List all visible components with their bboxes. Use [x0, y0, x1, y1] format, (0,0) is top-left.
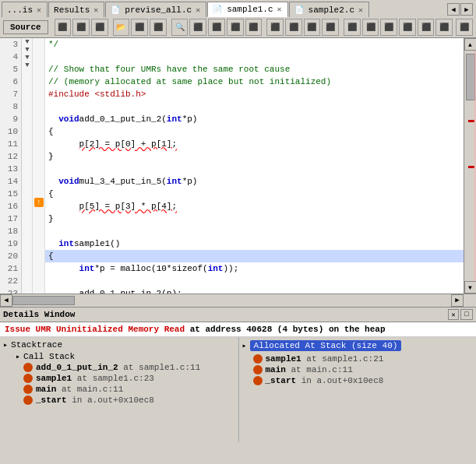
linenum-14: 14	[0, 175, 21, 188]
scrollbar-right-arrow[interactable]: ▶	[451, 294, 464, 307]
tb-nav4-btn[interactable]: ⬛	[245, 19, 263, 36]
code-int-21b: int	[208, 262, 224, 275]
scrollbar-track-h[interactable]	[12, 294, 451, 307]
marker-5	[33, 62, 45, 75]
alloc-item-2[interactable]: _start in a.out+0x10ec8	[253, 376, 474, 385]
marker-22	[33, 269, 45, 282]
tb-nav2-btn[interactable]: ⬛	[208, 19, 225, 36]
source-tab-button[interactable]: Source	[3, 20, 48, 34]
code-text-20: {	[48, 250, 54, 262]
marker-9	[33, 111, 45, 124]
details-body: ▸ Stacktrace ▸ Call Stack add_0_1_put_in…	[0, 337, 476, 442]
linenum-3: 3	[0, 38, 21, 51]
fold-5[interactable]: ▼	[22, 38, 33, 46]
marker-18	[33, 220, 45, 233]
tb-view5-btn[interactable]: ⬛	[418, 19, 435, 36]
tb-search-btn[interactable]: 🔍	[171, 19, 189, 36]
tb-view3-btn[interactable]: ⬛	[380, 19, 397, 36]
tb-action4-btn[interactable]: ⬛	[322, 19, 339, 36]
tb-back-btn[interactable]: ⬛	[55, 19, 72, 36]
linenum-19: 19	[0, 237, 21, 250]
tb-view2-btn[interactable]: ⬛	[362, 19, 379, 36]
tree-expand-icon[interactable]: ▸	[3, 340, 8, 350]
code-line-22	[45, 275, 464, 287]
tab-is-close[interactable]: ✕	[36, 5, 42, 15]
code-line-13	[45, 163, 464, 175]
editor-scrollbar-v[interactable]: ▲ ▼	[464, 38, 476, 294]
code-text-9a	[48, 113, 58, 125]
callstack-label: Call Stack	[23, 352, 75, 361]
tab-previse-close[interactable]: ✕	[195, 5, 201, 15]
tab-nav-left[interactable]: ◀	[447, 3, 460, 16]
code-lines: */ // Show that four UMRs have the same …	[45, 38, 464, 294]
cs-func-0: add_0_1_put_in_2	[36, 363, 118, 372]
alloc-item-1[interactable]: main at main.c:11	[253, 365, 474, 374]
fold-20[interactable]: ▼	[22, 62, 33, 69]
scrollbar-thumb-h[interactable]	[12, 296, 75, 305]
code-line-20: {	[45, 250, 464, 262]
fold-15[interactable]: ▼	[22, 54, 33, 62]
tab-results[interactable]: Results ✕	[48, 2, 104, 17]
tb-action2-btn[interactable]: ⬛	[285, 19, 302, 36]
bug-marker-16: !	[34, 198, 44, 207]
linenum-7: 7	[0, 88, 21, 100]
tb-action3-btn[interactable]: ⬛	[304, 19, 321, 36]
tab-is[interactable]: ...is ✕	[2, 2, 48, 17]
details-close-button[interactable]: ✕	[448, 309, 459, 320]
editor-wrapper: 3 4 5 6 7 8 9 10 11 12 13 14 15 16 17 18…	[0, 38, 476, 307]
code-line-5: // Show that four UMRs have the same roo…	[45, 63, 464, 76]
tb-view1-btn[interactable]: ⬛	[344, 19, 361, 36]
code-line-14: void mul_3_4_put_in_5(int *p)	[45, 175, 464, 188]
tab-nav-right[interactable]: ▶	[460, 3, 473, 16]
tb-forward-btn[interactable]: ⬛	[72, 19, 90, 36]
code-line-6: // (memory allocated at same place but n…	[45, 76, 464, 88]
tab-sample2[interactable]: 📄 sample2.c ✕	[289, 2, 369, 17]
alloc-expand-icon[interactable]: ▸	[242, 341, 247, 350]
scrollbar-down-arrow[interactable]: ▼	[464, 281, 477, 294]
details-alloc-col: ▸ Allocated At Stack (size 40) sample1 a…	[239, 337, 477, 442]
marker-12	[33, 148, 45, 160]
tab-results-close[interactable]: ✕	[93, 5, 99, 15]
callstack-expand-icon[interactable]: ▸	[16, 352, 20, 361]
alloc-icon-1	[253, 365, 263, 374]
tab-sample1-close[interactable]: ✕	[277, 5, 283, 14]
code-content[interactable]: */ // Show that four UMRs have the same …	[45, 38, 464, 294]
alloc-func-2: _start	[266, 376, 297, 385]
tb-split-btn[interactable]: ⬛	[131, 19, 148, 36]
tb-view6-btn[interactable]: ⬛	[435, 19, 453, 36]
tb-maximize-btn[interactable]: ⬛	[456, 19, 473, 36]
tb-action1-btn[interactable]: ⬛	[266, 19, 284, 36]
cs-icon-1	[23, 374, 33, 383]
tab-previse[interactable]: 📄 previse_all.c ✕	[105, 2, 206, 17]
tb-nav3-btn[interactable]: ⬛	[227, 19, 244, 36]
scrollbar-track-v[interactable]	[464, 51, 476, 281]
code-text-11-underline: p[2] = p[0] + p[1];	[79, 138, 177, 150]
tab-previse-label: previse_all.c	[125, 5, 192, 15]
alloc-func-0: sample1	[266, 354, 301, 364]
tb-nav1-btn[interactable]: ⬛	[189, 19, 206, 36]
cs-item-1[interactable]: sample1 at sample1.c:23	[23, 374, 234, 383]
cs-item-2[interactable]: main at main.c:11	[23, 385, 234, 394]
scrollbar-left-arrow[interactable]: ◀	[0, 294, 12, 307]
tb-open-btn[interactable]: 📂	[113, 19, 130, 36]
scrollbar-up-arrow[interactable]: ▲	[464, 38, 477, 51]
tb-view4-btn[interactable]: ⬛	[399, 19, 416, 36]
tab-sample2-close[interactable]: ✕	[358, 5, 364, 15]
code-text-14b: mul_3_4_put_in_5(	[79, 175, 167, 188]
details-maximize-button[interactable]: □	[460, 309, 473, 320]
cs-item-3[interactable]: _start in a.out+0x10ec8	[23, 395, 234, 405]
code-void-14: void	[58, 175, 79, 188]
cs-item-0[interactable]: add_0_1_put_in_2 at sample1.c:11	[23, 363, 234, 372]
editor-scrollbar-h[interactable]: ◀ ▶	[0, 294, 476, 306]
fold-10[interactable]: ▼	[22, 46, 33, 54]
linenum-5: 5	[0, 63, 21, 76]
tb-split2-btn[interactable]: ⬛	[150, 19, 167, 36]
cs-loc-3: in a.out+0x10ec8	[72, 395, 154, 405]
code-text-16-underline: p[5] = p[3] * p[4];	[79, 200, 177, 213]
code-line-16: p[5] = p[3] * p[4];	[45, 200, 464, 213]
alloc-item-0[interactable]: sample1 at sample1.c:21	[253, 354, 474, 364]
tb-history-btn[interactable]: ⬛	[91, 19, 108, 36]
callstack-items: add_0_1_put_in_2 at sample1.c:11 sample1…	[12, 363, 234, 405]
code-text-17: }	[48, 213, 54, 225]
tab-sample1[interactable]: 📄 sample1.c ✕	[207, 2, 287, 17]
